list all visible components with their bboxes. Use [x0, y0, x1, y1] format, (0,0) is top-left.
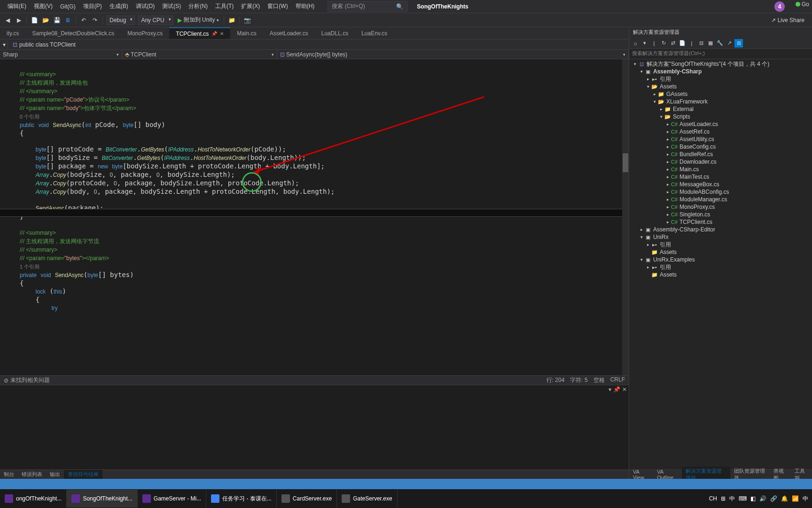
redo-icon[interactable]: ↷ — [90, 15, 100, 25]
expand-icon[interactable]: ▸ — [665, 167, 671, 172]
tree-node[interactable]: ▸C#BundleRef.cs — [629, 151, 812, 158]
expand-icon[interactable]: ▸ — [665, 182, 671, 187]
tray-icon[interactable]: ⌨ — [739, 495, 747, 502]
tree-node[interactable]: 📁Assets — [629, 248, 812, 256]
liveshare-button[interactable]: ↗ Live Share — [765, 17, 810, 24]
scope-class-seg[interactable]: ⬘ TCPClient ▾ — [122, 50, 277, 59]
tree-node[interactable]: ▸C#ModuleManager.cs — [629, 196, 812, 203]
tree-node[interactable]: ▾📂XLuaFramework — [629, 98, 812, 105]
expand-icon[interactable]: ▸ — [665, 220, 671, 224]
menu-debug[interactable]: 调试(D) — [132, 0, 159, 12]
tab-TCPClientcs[interactable]: TCPClient.cs📌✕ — [169, 27, 230, 39]
menu-view[interactable]: 视图(V) — [30, 0, 56, 12]
tree-node[interactable]: ▸▣Assembly-CSharp-Editor — [629, 226, 812, 233]
expand-icon[interactable]: ▾ — [639, 69, 644, 74]
issues-icon[interactable]: ⊘ — [4, 377, 8, 384]
expand-icon[interactable]: ▸ — [665, 197, 671, 202]
nav-fwd-icon[interactable]: ▶ — [14, 15, 24, 25]
showall-icon[interactable]: ▦ — [706, 39, 715, 48]
expand-icon[interactable]: ▾ — [645, 84, 651, 89]
panel-pin-icon[interactable]: 📌 — [613, 386, 620, 393]
tab-console[interactable]: 制台 — [0, 470, 18, 479]
go-button[interactable]: Go — [793, 0, 812, 8]
tree-node[interactable]: ▾▣UniRx — [629, 233, 812, 241]
undo-icon[interactable]: ↶ — [78, 15, 89, 25]
platform-dropdown[interactable]: Any CPU — [138, 16, 173, 25]
nav-back-icon[interactable]: ◀ — [2, 15, 13, 25]
scope-class[interactable]: ⊡ public class TCPClient — [10, 41, 78, 48]
tree-node[interactable]: ▸C#AssetUtility.cs — [629, 135, 812, 143]
taskbar-item[interactable]: ongOfTheKnight... — [0, 490, 67, 508]
tab-findsymbols[interactable]: 查找符号结果 — [64, 470, 102, 479]
tree-node[interactable]: ▸▸▪引用 — [629, 75, 812, 83]
panel-dropdown-icon[interactable]: ▾ — [609, 386, 611, 393]
tree-node[interactable]: ▸C#MainTest.cs — [629, 173, 812, 181]
tab-AssetLoadercs[interactable]: AssetLoader.cs — [263, 27, 315, 39]
expand-icon[interactable]: ▸ — [665, 175, 671, 179]
config-dropdown[interactable]: Debug — [106, 16, 135, 25]
tree-node[interactable]: ▾⊡解决方案"SongOfTheKnights"(4 个项目，共 4 个) — [629, 60, 812, 68]
se-search[interactable]: 搜索解决方案资源管理器(Ctrl+;) — [629, 49, 812, 59]
taskbar-item[interactable]: SongOfTheKnight... — [67, 490, 137, 508]
tab-errors[interactable]: 错误列表 — [18, 470, 46, 479]
menu-edit[interactable]: 编辑(E) — [4, 0, 30, 12]
tray-icon[interactable]: ⊞ — [721, 495, 726, 502]
tree-node[interactable]: ▸C#AssetRef.cs — [629, 128, 812, 135]
tray-icon[interactable]: 🔗 — [770, 495, 777, 502]
tree-node[interactable]: ▸C#MonoProxy.cs — [629, 203, 812, 211]
expand-icon[interactable]: ▸ — [665, 159, 671, 164]
tree-node[interactable]: ▸C#Singleton.cs — [629, 211, 812, 218]
tab-Sample08_DetectDoubleClickcs[interactable]: Sample08_DetectDoubleClick.cs — [25, 27, 121, 39]
menu-help[interactable]: 帮助(H) — [292, 0, 319, 12]
menu-project[interactable]: 项目(P) — [79, 0, 106, 12]
tree-node[interactable]: ▾📂Scripts — [629, 113, 812, 120]
global-search[interactable]: 搜索 (Ctrl+Q) 🔍 — [328, 1, 407, 12]
expand-icon[interactable]: ▾ — [639, 235, 644, 239]
attach-unity-button[interactable]: ▶ 附加到 Unity ▾ — [175, 15, 222, 25]
collapse-icon[interactable]: ⊟ — [697, 39, 705, 48]
tab-MonoProxycs[interactable]: MonoProxy.cs — [121, 27, 169, 39]
expand-icon[interactable]: ▸ — [665, 129, 671, 134]
expand-icon[interactable]: ▾ — [658, 114, 664, 119]
camera-icon[interactable]: 📷 — [242, 15, 252, 25]
doc-icon[interactable]: 📄 — [678, 39, 687, 48]
menu-build[interactable]: 生成(B) — [106, 0, 132, 12]
expand-icon[interactable]: ▾ — [632, 62, 638, 66]
menu-tools[interactable]: 工具(T) — [211, 0, 237, 12]
pin-icon[interactable]: 📌 — [211, 31, 217, 36]
save-all-icon[interactable]: 🗎 — [63, 15, 73, 25]
tab-itycs[interactable]: ity.cs — [0, 27, 25, 39]
nav-dropdown-icon[interactable]: ▾ — [3, 41, 6, 48]
tree-node[interactable]: ▸C#TCPClient.cs — [629, 218, 812, 226]
expand-icon[interactable]: ▸ — [645, 242, 651, 247]
taskbar-item[interactable]: GateServer.exe — [337, 490, 397, 508]
expand-icon[interactable]: ▸ — [658, 107, 664, 111]
tree-node[interactable]: ▸▸▪引用 — [629, 263, 812, 271]
taskbar-item[interactable]: CardServer.exe — [277, 490, 337, 508]
expand-icon[interactable]: ▸ — [665, 190, 671, 194]
code-editor[interactable]: /// <summary> /// 主线程调用，发送网络包 /// </summ… — [0, 59, 629, 375]
panel-close-icon[interactable]: ✕ — [622, 386, 627, 393]
expand-icon[interactable]: ▸ — [665, 212, 671, 217]
tab-output[interactable]: 输出 — [46, 470, 64, 479]
scope-project[interactable]: Sharp ▾ — [0, 50, 122, 59]
expand-icon[interactable]: ▸ — [665, 152, 671, 157]
tree-node[interactable]: ▸📁External — [629, 105, 812, 113]
new-file-icon[interactable]: 📄 — [29, 15, 39, 25]
tree-node[interactable]: ▾▣UniRx.Examples — [629, 256, 812, 263]
menu-analyze[interactable]: 分析(N) — [185, 0, 211, 12]
tree-node[interactable]: ▸▸▪引用 — [629, 241, 812, 248]
menu-window[interactable]: 窗口(W) — [264, 0, 291, 12]
scope-method-seg[interactable]: ⊡ SendAsync(byte[] bytes) ▾ — [277, 50, 629, 59]
menu-extensions[interactable]: 扩展(X) — [237, 0, 264, 12]
properties-icon[interactable]: 🔧 — [716, 39, 724, 48]
expand-icon[interactable]: ▸ — [665, 144, 671, 149]
tree-node[interactable]: 📁Assets — [629, 271, 812, 278]
expand-icon[interactable]: ▸ — [665, 205, 671, 209]
tray-icon[interactable]: CH — [709, 495, 717, 502]
close-icon[interactable]: ✕ — [220, 31, 224, 36]
sync-icon[interactable]: ⇄ — [669, 39, 677, 48]
filter-icon[interactable]: ⊞ — [734, 39, 743, 48]
tree-node[interactable]: ▾▣Assembly-CSharp — [629, 68, 812, 75]
refresh-icon[interactable]: ↻ — [659, 39, 668, 48]
